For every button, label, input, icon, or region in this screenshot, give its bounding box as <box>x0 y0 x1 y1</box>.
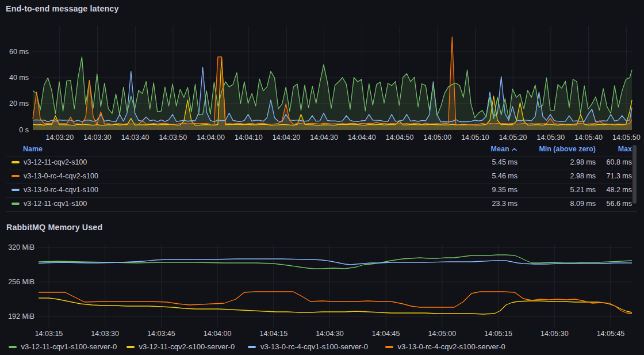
svg-text:14:03:15: 14:03:15 <box>35 330 63 338</box>
svg-text:14:05:45: 14:05:45 <box>597 330 625 338</box>
svg-text:14:05:50: 14:05:50 <box>612 133 641 142</box>
svg-text:14:04:00: 14:04:00 <box>204 330 232 338</box>
svg-text:14:05:40: 14:05:40 <box>574 133 603 142</box>
svg-text:40 ms: 40 ms <box>9 74 29 82</box>
svg-text:14:04:10: 14:04:10 <box>235 133 263 142</box>
svg-text:14:04:30: 14:04:30 <box>310 133 338 142</box>
svg-text:14:03:20: 14:03:20 <box>45 133 74 142</box>
svg-text:192 MiB: 192 MiB <box>8 312 34 320</box>
svg-text:14:05:15: 14:05:15 <box>484 330 512 338</box>
svg-text:14:03:40: 14:03:40 <box>121 133 150 142</box>
svg-text:14:05:30: 14:05:30 <box>537 133 565 142</box>
svg-text:14:05:20: 14:05:20 <box>499 133 527 142</box>
svg-text:14:03:30: 14:03:30 <box>83 133 112 142</box>
svg-text:14:04:40: 14:04:40 <box>348 133 376 142</box>
svg-text:320 MiB: 320 MiB <box>8 243 34 251</box>
svg-text:14:04:00: 14:04:00 <box>197 133 225 142</box>
svg-text:14:03:30: 14:03:30 <box>91 330 119 338</box>
svg-text:14:05:30: 14:05:30 <box>540 330 569 338</box>
svg-text:14:05:00: 14:05:00 <box>428 330 457 338</box>
svg-text:256 MiB: 256 MiB <box>8 278 34 286</box>
svg-text:14:04:50: 14:04:50 <box>386 133 414 142</box>
svg-text:14:04:45: 14:04:45 <box>372 330 400 338</box>
svg-text:60 ms: 60 ms <box>9 48 29 56</box>
svg-text:0 s: 0 s <box>19 126 29 134</box>
svg-text:14:05:00: 14:05:00 <box>423 133 451 142</box>
svg-text:14:03:45: 14:03:45 <box>147 330 175 338</box>
svg-text:14:04:15: 14:04:15 <box>259 330 288 338</box>
svg-text:14:05:10: 14:05:10 <box>461 133 489 142</box>
svg-text:14:03:50: 14:03:50 <box>159 133 187 142</box>
svg-text:14:04:30: 14:04:30 <box>316 330 344 338</box>
svg-text:14:04:20: 14:04:20 <box>273 133 301 142</box>
svg-text:20 ms: 20 ms <box>9 100 29 108</box>
